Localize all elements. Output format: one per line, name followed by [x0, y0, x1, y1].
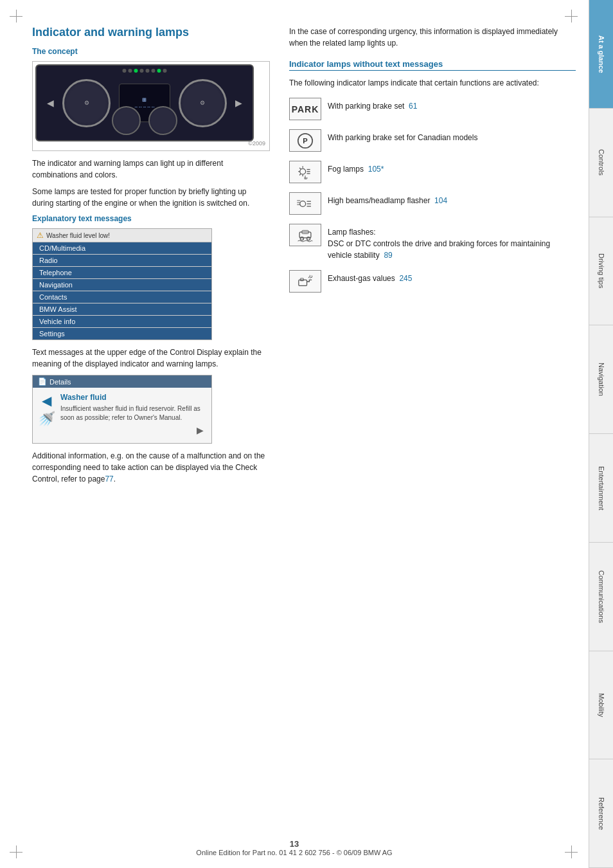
cluster-image: ◀ ⚙ ⊞ -- -- -- -- -- ⚙	[35, 64, 254, 141]
right-intro-text: In the case of corresponding urgency, th…	[289, 26, 576, 49]
fog-svg	[296, 163, 314, 181]
ind-dot-8	[163, 69, 167, 73]
svg-point-11	[300, 201, 306, 206]
sidebar-tab-mobility[interactable]: Mobility	[589, 651, 613, 760]
details-item-desc: Insufficient washer fluid in fluid reser…	[60, 404, 206, 422]
small-gauges	[112, 106, 177, 135]
svg-line-9	[299, 174, 301, 175]
page-ref-77: 77	[105, 475, 113, 484]
ind-dot-1	[123, 69, 127, 73]
body-text-4: Additional information, e.g. on the caus…	[32, 450, 270, 485]
sidebar-tab-navigation[interactable]: Navigation	[589, 325, 613, 434]
gauge-label: ⚙	[84, 100, 89, 106]
details-item-title: Washer fluid	[60, 393, 206, 402]
svg-line-7	[299, 168, 301, 169]
sidebar: At a glanceControlsDriving tipsNavigatio…	[589, 0, 613, 868]
sidebar-tab-communications[interactable]: Communications	[589, 543, 613, 651]
body-text-1: The indicator and warning lamps can ligh…	[32, 158, 270, 181]
exhaust-ref: 245	[399, 274, 412, 283]
indicator-section-title: Indicator lamps without text messages	[289, 59, 576, 71]
main-content: Indicator and warning lamps The concept	[0, 0, 589, 868]
fog-asterisk: *	[381, 165, 384, 174]
washer-icon: 🚿	[38, 411, 55, 428]
warning-text: Washer fluid level low!	[46, 232, 110, 239]
park-label: PARK	[292, 104, 319, 114]
menu-item-7: Settings	[33, 328, 211, 339]
exhaust-icon	[289, 270, 321, 293]
details-header-text: Details	[49, 378, 71, 386]
warning-icon: ⚠	[37, 231, 44, 240]
main-title: Indicator and warning lamps	[32, 26, 270, 39]
fog-ref: 105	[368, 165, 381, 174]
ind-dot-5	[146, 69, 150, 73]
dsc-text: Lamp flashes:DSC or DTC controls the dri…	[328, 224, 576, 261]
details-header: 📄 Details	[33, 375, 211, 388]
indicator-item-exhaust: Exhaust-gas values 245	[289, 270, 576, 293]
menu-item-0: CD/Multimedia	[33, 242, 211, 255]
small-gauge-1	[112, 106, 141, 135]
menu-item-2: Telephone	[33, 267, 211, 279]
svg-text:P: P	[303, 137, 308, 145]
explanatory-title: Explanatory text messages	[32, 214, 270, 223]
image-credit: ©2009	[248, 140, 265, 147]
exhaust-svg	[296, 273, 314, 291]
ind-dot-2	[129, 69, 132, 73]
small-gauge-2	[148, 106, 177, 135]
sidebar-tab-at-a-glance[interactable]: At a glance	[589, 0, 613, 109]
page-number: 13	[0, 839, 589, 849]
right-arrow: ▶	[235, 98, 242, 108]
left-gauge: ⚙	[62, 79, 111, 127]
right-gauge: ⚙	[179, 79, 227, 127]
sidebar-tab-entertainment[interactable]: Entertainment	[589, 434, 613, 543]
details-header-icon: 📄	[38, 377, 47, 386]
svg-rect-23	[300, 278, 303, 280]
fog-text: Fog lamps 105*	[328, 161, 384, 175]
ind-dot-6	[152, 69, 155, 73]
details-screenshot: 📄 Details ◀ 🚿 Washer fluid Insufficient …	[32, 375, 212, 444]
body-text-3: Text messages at the upper edge of the C…	[32, 347, 270, 370]
play-icon: ▶	[60, 422, 206, 438]
page-footer: 13 Online Edition for Part no. 01 41 2 6…	[0, 839, 589, 856]
details-icons: ◀ 🚿	[38, 393, 55, 438]
body-text-4-end: .	[114, 475, 116, 484]
right-column: In the case of corresponding urgency, th…	[289, 26, 576, 490]
highbeam-icon	[289, 192, 321, 215]
left-arrow: ◀	[47, 98, 54, 108]
details-text-area: Washer fluid Insufficient washer fluid i…	[60, 393, 206, 438]
menu-item-5: BMW Assist	[33, 303, 211, 316]
ind-dot-3	[134, 69, 138, 73]
back-arrow-icon: ◀	[42, 393, 51, 408]
screen-warning: ⚠ Washer fluid level low!	[33, 229, 211, 242]
sidebar-tab-reference[interactable]: Reference	[589, 759, 613, 868]
highbeam-text: High beams/headlamp flasher 104	[328, 192, 447, 206]
cluster-image-container: ◀ ⚙ ⊞ -- -- -- -- -- ⚙	[32, 61, 270, 151]
footer-text: Online Edition for Part no. 01 41 2 602 …	[0, 849, 589, 856]
fog-icon	[289, 161, 321, 183]
display-screenshot: ⚠ Washer fluid level low! CD/Multimedia …	[32, 228, 212, 340]
indicator-item-dsc: Lamp flashes:DSC or DTC controls the dri…	[289, 224, 576, 261]
park-canada-icon: P	[289, 129, 321, 152]
sidebar-tab-controls[interactable]: Controls	[589, 109, 613, 217]
highbeam-svg	[296, 195, 314, 213]
indicator-section-subtitle: The following indicator lamps indicate t…	[289, 77, 576, 89]
menu-item-1: Radio	[33, 255, 211, 267]
park-text: With parking brake set 61	[328, 98, 417, 112]
menu-item-6: Vehicle info	[33, 316, 211, 328]
ind-dot-7	[157, 69, 161, 73]
right-gauge-label: ⚙	[200, 100, 205, 106]
svg-point-2	[300, 168, 306, 174]
left-column: Indicator and warning lamps The concept	[32, 26, 270, 490]
park-canada-text: With parking brake set for Canadian mode…	[328, 129, 477, 143]
concept-title: The concept	[32, 47, 270, 56]
dsc-ref: 89	[384, 251, 392, 260]
display-line1: ⊞	[134, 97, 154, 103]
ind-dot-4	[140, 69, 144, 73]
sidebar-tab-driving-tips[interactable]: Driving tips	[589, 217, 613, 326]
park-ref: 61	[409, 102, 417, 111]
park-canada-svg: P	[296, 132, 314, 150]
indicator-row	[123, 69, 167, 73]
indicator-item-park: PARK With parking brake set 61	[289, 98, 576, 120]
body-text-2: Some lamps are tested for proper functio…	[32, 186, 270, 209]
dsc-icon	[289, 224, 321, 246]
indicator-item-highbeam: High beams/headlamp flasher 104	[289, 192, 576, 215]
